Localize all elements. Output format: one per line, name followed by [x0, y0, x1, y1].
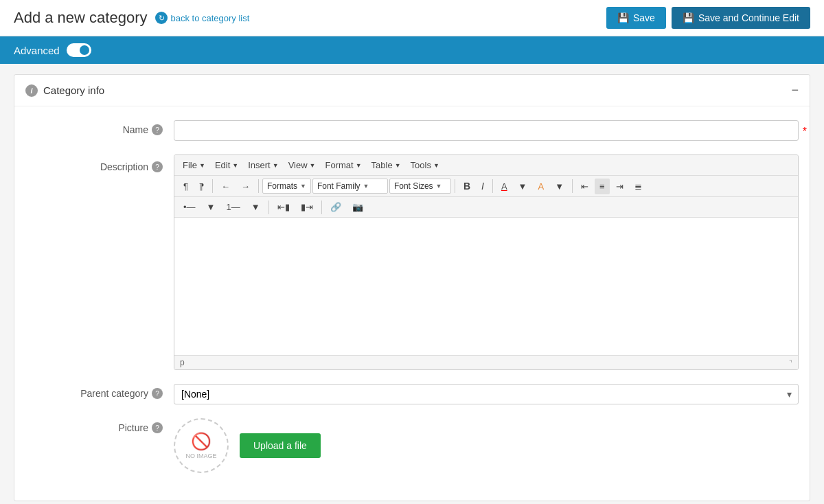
description-row: Description ? File ▼ Edit	[25, 154, 799, 370]
toolbar-font-family-select[interactable]: Font Family ▼	[312, 179, 388, 194]
name-input[interactable]	[174, 120, 799, 141]
editor-content-area[interactable]	[174, 218, 798, 355]
menu-view[interactable]: View ▼	[284, 158, 320, 172]
menu-format-arrow: ▼	[356, 162, 362, 169]
card-header: i Category info −	[14, 75, 810, 106]
picture-label-wrapper: Picture ?	[25, 418, 163, 433]
save-label: Save	[633, 12, 655, 23]
editor-resize-handle[interactable]: ⌝	[789, 359, 792, 367]
toolbar-font-color-btn[interactable]: A	[496, 179, 512, 194]
save-icon: 💾	[617, 12, 629, 23]
toolbar-image-btn[interactable]: 📷	[347, 199, 368, 215]
toolbar-bg-color-arrow[interactable]: ▼	[550, 179, 569, 194]
toolbar-link-btn[interactable]: 🔗	[325, 199, 346, 215]
advanced-bar: Advanced	[0, 36, 824, 64]
editor-path: p	[180, 358, 185, 367]
toolbar-sep3	[455, 179, 455, 193]
menu-tools[interactable]: Tools ▼	[407, 158, 444, 172]
description-label-wrapper: Description ?	[25, 154, 163, 172]
toolbar-redo-btn[interactable]: →	[236, 179, 255, 194]
name-required-star: *	[803, 126, 807, 138]
toolbar-sep4	[492, 179, 493, 193]
advanced-label: Advanced	[14, 45, 60, 56]
info-icon: i	[25, 84, 38, 97]
description-label: Description	[100, 161, 148, 172]
menu-file-label: File	[183, 160, 197, 170]
back-to-category-link[interactable]: ↻ back to category list	[155, 12, 249, 24]
name-label-wrapper: Name ?	[25, 120, 163, 135]
toolbar-italic-btn[interactable]: I	[477, 178, 489, 194]
menu-view-arrow: ▼	[310, 162, 316, 169]
card-title: Category info	[43, 84, 104, 96]
main-content: i Category info − Name ? * Des	[0, 64, 824, 504]
form-body: Name ? * Description ?	[14, 106, 810, 501]
picture-field-wrapper: 🚫 NO IMAGE Upload a file	[174, 418, 799, 473]
picture-help-icon[interactable]: ?	[152, 422, 163, 433]
collapse-icon[interactable]: −	[791, 83, 799, 98]
toolbar-formats-select[interactable]: Formats ▼	[262, 179, 311, 194]
toolbar-num-list-arrow[interactable]: ▼	[247, 199, 265, 215]
parent-category-field-wrapper: [None]	[174, 384, 799, 404]
parent-category-row: Parent category ? [None]	[25, 384, 799, 404]
toolbar-font-color-arrow[interactable]: ▼	[514, 179, 532, 194]
toolbar-indent-btn[interactable]: ▮⇥	[296, 199, 318, 215]
save-continue-button[interactable]: 💾 Save and Continue Edit	[672, 7, 810, 29]
menu-file-arrow: ▼	[199, 162, 205, 169]
toolbar-sep2	[258, 179, 259, 193]
menu-table-label: Table	[371, 160, 393, 170]
toolbar-bullet-list-btn[interactable]: •—	[179, 199, 201, 215]
upload-file-button[interactable]: Upload a file	[240, 433, 321, 458]
advanced-toggle[interactable]	[67, 43, 91, 57]
toolbar-num-list-btn[interactable]: 1—	[221, 199, 244, 215]
toolbar-font-sizes-select[interactable]: Font Sizes ▼	[389, 179, 451, 194]
toolbar-bullet-list-arrow[interactable]: ▼	[202, 199, 220, 215]
back-link-text: back to category list	[170, 13, 249, 23]
toolbar-sep5	[572, 179, 573, 193]
toolbar-sep6	[268, 201, 269, 214]
parent-category-select[interactable]: [None]	[174, 384, 799, 404]
toolbar-align-center-btn[interactable]: ≡	[595, 179, 610, 194]
toolbar-align-justify-btn[interactable]: ≣	[630, 179, 647, 194]
toolbar-font-sizes-arrow: ▼	[436, 183, 442, 190]
menu-insert[interactable]: Insert ▼	[244, 158, 282, 172]
toolbar-ltr-btn[interactable]: ¶	[179, 179, 193, 194]
header-left: Add a new category ↻ back to category li…	[14, 9, 249, 27]
editor-statusbar: p ⌝	[174, 355, 798, 369]
picture-row: Picture ? 🚫 NO IMAGE Upload a file	[25, 418, 799, 473]
description-editor-wrapper: File ▼ Edit ▼ Insert ▼	[174, 154, 799, 370]
category-info-card: i Category info − Name ? * Des	[14, 74, 810, 501]
save-continue-label: Save and Continue Edit	[698, 12, 799, 23]
name-row: Name ? *	[25, 120, 799, 141]
toolbar-align-right-btn[interactable]: ⇥	[611, 179, 628, 194]
toolbar-bg-color-btn[interactable]: A	[533, 179, 549, 194]
toolbar-formats-arrow: ▼	[300, 183, 306, 190]
name-help-icon[interactable]: ?	[152, 124, 163, 135]
toolbar-rtl-btn[interactable]: ¶	[194, 179, 209, 194]
picture-area: 🚫 NO IMAGE Upload a file	[174, 418, 799, 473]
menu-table[interactable]: Table ▼	[367, 158, 405, 172]
save-button[interactable]: 💾 Save	[606, 7, 666, 29]
parent-category-label: Parent category	[80, 388, 148, 399]
toolbar-undo-btn[interactable]: ←	[216, 179, 235, 194]
menu-file[interactable]: File ▼	[179, 158, 209, 172]
menu-view-label: View	[288, 160, 308, 170]
toolbar-font-family-arrow: ▼	[363, 183, 369, 190]
no-image-placeholder: 🚫 NO IMAGE	[174, 418, 229, 473]
editor-toolbar-row1: ¶ ¶ ← → Formats ▼ Font Family	[174, 176, 798, 197]
menu-format-label: Format	[325, 160, 354, 170]
toolbar-align-left-btn[interactable]: ⇤	[576, 179, 593, 194]
toolbar-bold-btn[interactable]: B	[459, 178, 475, 194]
back-link-icon: ↻	[155, 12, 168, 24]
name-field-wrapper: *	[174, 120, 799, 141]
menu-edit-arrow: ▼	[232, 162, 238, 169]
no-image-icon: 🚫	[191, 432, 211, 451]
page-header: Add a new category ↻ back to category li…	[0, 0, 824, 36]
toolbar-outdent-btn[interactable]: ⇤▮	[273, 199, 295, 215]
parent-category-help-icon[interactable]: ?	[152, 388, 163, 399]
description-help-icon[interactable]: ?	[152, 161, 163, 172]
name-label: Name	[123, 124, 148, 135]
menu-tools-arrow: ▼	[433, 162, 439, 169]
toolbar-font-family-label: Font Family	[317, 181, 360, 191]
menu-edit[interactable]: Edit ▼	[211, 158, 242, 172]
menu-format[interactable]: Format ▼	[321, 158, 366, 172]
